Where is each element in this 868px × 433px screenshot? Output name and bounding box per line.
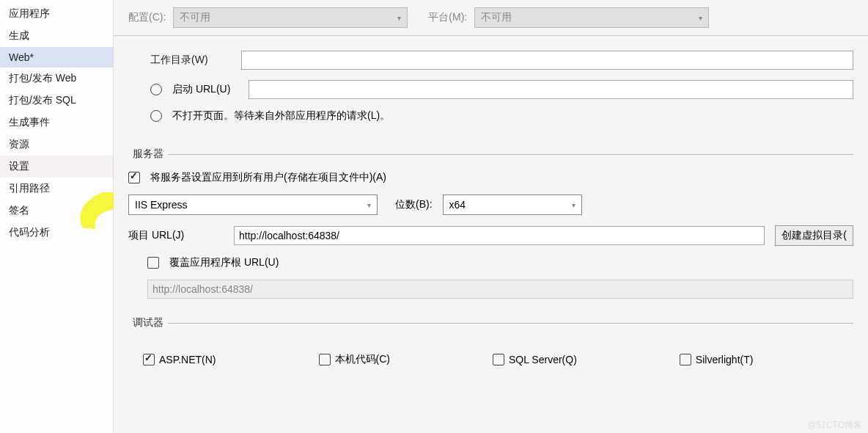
sidebar-item-resources[interactable]: 资源 <box>0 134 113 156</box>
server-type-value: IIS Express <box>135 199 188 211</box>
server-type-select[interactable]: IIS Express ▾ <box>128 194 378 215</box>
sqlserver-label: SQL Server(Q) <box>509 354 577 365</box>
config-select: 不可用 ▾ <box>173 7 408 28</box>
workdir-input[interactable] <box>241 51 853 70</box>
platform-label: 平台(M): <box>428 11 467 24</box>
sidebar-item-app[interactable]: 应用程序 <box>0 3 113 25</box>
watermark: @51CTO博客 <box>807 419 862 432</box>
create-vdir-button[interactable]: 创建虚拟目录( <box>775 225 853 246</box>
native-checkbox[interactable] <box>319 354 331 365</box>
project-url-label: 项目 URL(J) <box>128 229 224 242</box>
config-value: 不可用 <box>180 11 210 24</box>
platform-value: 不可用 <box>481 11 512 24</box>
server-fieldset: 服务器 将服务器设置应用到所有用户(存储在项目文件中)(A) IIS Expre… <box>128 148 853 309</box>
no-open-label: 不打开页面。等待来自外部应用程序的请求(L)。 <box>172 109 390 123</box>
no-open-radio[interactable] <box>150 110 162 122</box>
silverlight-label: Silverlight(T) <box>696 354 754 365</box>
bits-value: x64 <box>449 199 466 211</box>
sidebar-item-build-events[interactable]: 生成事件 <box>0 112 113 134</box>
override-root-input <box>147 280 853 299</box>
debugger-fieldset: 调试器 ASP.NET(N) 本机代码(C) SQL Server(Q) Sil… <box>128 316 853 366</box>
sidebar: 应用程序 生成 Web* 打包/发布 Web 打包/发布 SQL 生成事件 资源… <box>0 0 114 433</box>
start-url-input[interactable] <box>249 80 853 99</box>
chevron-down-icon: ▾ <box>397 14 401 22</box>
sidebar-item-code-analysis[interactable]: 代码分析 <box>0 222 113 244</box>
main-panel: 配置(C): 不可用 ▾ 平台(M): 不可用 ▾ 工作目录(W) 启动 URL… <box>114 0 868 433</box>
native-label: 本机代码(C) <box>335 353 390 366</box>
apply-all-label: 将服务器设置应用到所有用户(存储在项目文件中)(A) <box>150 171 386 184</box>
sidebar-item-build[interactable]: 生成 <box>0 25 113 47</box>
bits-select[interactable]: x64 ▾ <box>443 194 582 215</box>
aspnet-checkbox[interactable] <box>143 354 155 365</box>
aspnet-label: ASP.NET(N) <box>159 354 216 365</box>
bits-label: 位数(B): <box>395 198 433 211</box>
sidebar-item-package-web[interactable]: 打包/发布 Web <box>0 68 113 90</box>
platform-select: 不可用 ▾ <box>474 7 709 28</box>
sidebar-item-settings[interactable]: 设置 <box>0 156 113 178</box>
server-legend: 服务器 <box>128 148 168 161</box>
override-root-label: 覆盖应用程序根 URL(U) <box>169 256 279 269</box>
silverlight-checkbox[interactable] <box>680 354 691 365</box>
start-url-radio[interactable] <box>150 84 162 95</box>
sidebar-item-package-sql[interactable]: 打包/发布 SQL <box>0 90 113 112</box>
sidebar-item-refpaths[interactable]: 引用路径 <box>0 178 113 200</box>
sqlserver-checkbox[interactable] <box>493 354 504 365</box>
workdir-label: 工作目录(W) <box>150 54 231 67</box>
apply-all-checkbox[interactable] <box>128 172 140 183</box>
sidebar-item-web[interactable]: Web* <box>0 47 113 68</box>
start-url-label: 启动 URL(U) <box>172 83 238 96</box>
override-root-checkbox[interactable] <box>147 257 159 269</box>
debugger-legend: 调试器 <box>128 316 168 330</box>
sidebar-item-signing[interactable]: 签名 <box>0 200 113 222</box>
chevron-down-icon: ▾ <box>367 201 371 209</box>
chevron-down-icon: ▾ <box>572 201 575 209</box>
chevron-down-icon: ▾ <box>699 14 702 22</box>
config-label: 配置(C): <box>128 11 166 24</box>
project-url-input[interactable] <box>234 226 765 245</box>
